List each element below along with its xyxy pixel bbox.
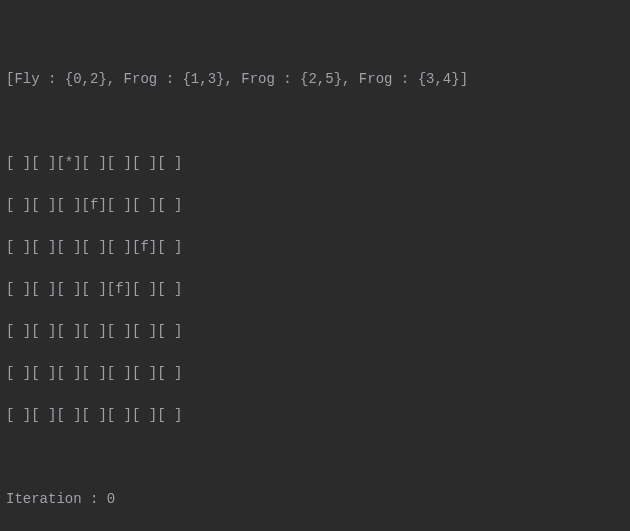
blank-line [6,447,624,468]
entity-header: [Fly : {0,2}, Frog : {1,3}, Frog : {2,5}… [6,69,624,90]
grid-row: [ ][ ][ ][ ][ ][f][ ] [6,237,624,258]
iteration-label: Iteration : 0 [6,489,624,510]
grid-row: [ ][ ][*][ ][ ][ ][ ] [6,153,624,174]
blank-line [6,111,624,132]
grid-row: [ ][ ][ ][f][ ][ ][ ] [6,195,624,216]
grid-row: [ ][ ][ ][ ][ ][ ][ ] [6,321,624,342]
grid-row: [ ][ ][ ][ ][f][ ][ ] [6,279,624,300]
grid-row: [ ][ ][ ][ ][ ][ ][ ] [6,363,624,384]
grid-row: [ ][ ][ ][ ][ ][ ][ ] [6,405,624,426]
